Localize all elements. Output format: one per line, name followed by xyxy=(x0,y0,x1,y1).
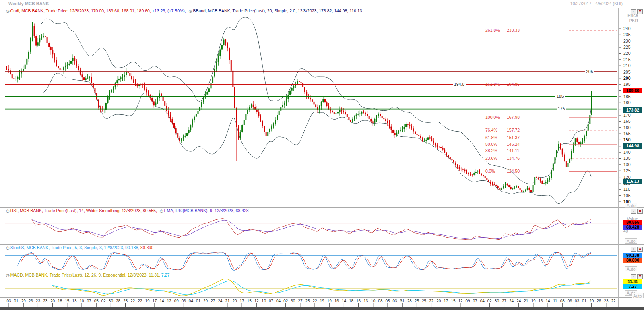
y-axis-tick: 125 xyxy=(623,168,640,173)
x-axis-label: 29 xyxy=(202,299,210,303)
y-axis-tick: 165 xyxy=(623,119,640,124)
x-axis-label: 22 xyxy=(311,299,319,303)
x-axis-label: 18 xyxy=(56,299,64,303)
x-axis-label: 16 xyxy=(355,299,363,303)
x-axis-label: 22 xyxy=(129,299,137,303)
auto-scale-button[interactable]: Auto xyxy=(625,266,637,271)
x-axis-label: 19 xyxy=(318,299,326,303)
y-axis-tick: 135 xyxy=(623,156,640,161)
x-axis-label: 20 xyxy=(49,299,57,303)
chart-window: Weekly MCB BANK 10/27/2017 - 4/5/2024 (K… xyxy=(0,0,644,310)
x-axis-label: 25 xyxy=(420,299,428,303)
legend-stoch[interactable]: ◷StochS, MCB BANK, Trade Price, 5, 3, Si… xyxy=(4,245,153,250)
fib-level-value: 124.50 xyxy=(507,169,520,174)
y-axis-tick: 235 xyxy=(623,32,640,37)
restore-window-icon[interactable]: ▫ xyxy=(631,209,636,214)
x-axis-label: 08 xyxy=(376,299,384,303)
price-badge: 116.13 xyxy=(623,179,642,184)
x-axis-label: 03 xyxy=(391,299,399,303)
y-axis-tick: 105 xyxy=(623,193,640,198)
level-line-label: 205 xyxy=(585,69,594,74)
x-axis-label: 01 xyxy=(194,299,202,303)
x-axis-label: 27 xyxy=(296,299,304,303)
y-axis-tick: 240 xyxy=(623,26,640,31)
x-axis-label: 14 xyxy=(158,299,166,303)
y-axis-tick: 215 xyxy=(623,57,640,62)
fib-level-label: 50.0% xyxy=(485,142,504,147)
price-axis-currency: PKR xyxy=(629,18,638,23)
legend-rsi[interactable]: ◷RSI, MCB BANK, Trade Price(Last), 14, W… xyxy=(4,208,249,213)
timestamp-icon: ◷ xyxy=(6,209,10,213)
x-axis-label: 17 xyxy=(238,299,246,303)
x-axis-label: 15 xyxy=(449,299,457,303)
y-axis-tick: 130 xyxy=(623,162,640,167)
timestamp-icon: ◷ xyxy=(189,9,192,13)
x-axis-label: 26 xyxy=(27,299,35,303)
x-axis-label: 01 xyxy=(12,299,20,303)
fib-level-label: 100.0% xyxy=(485,115,504,120)
price-badge: 173.82 xyxy=(623,107,642,113)
x-axis-label: 28 xyxy=(114,299,122,303)
y-axis-tick: 220 xyxy=(623,51,640,56)
x-axis-label: 21 xyxy=(223,299,231,303)
x-axis-label: 19 xyxy=(143,299,151,303)
auto-scale-button[interactable]: Auto xyxy=(625,203,637,208)
x-axis-label: 10 xyxy=(369,299,377,303)
close-icon[interactable]: ✕ xyxy=(637,247,643,252)
restore-window-icon[interactable]: ▫ xyxy=(631,247,636,252)
x-axis-label: 27 xyxy=(500,299,508,303)
x-axis-label: 03 xyxy=(573,299,581,303)
x-axis-label: 07 xyxy=(471,299,479,303)
x-axis-label: 23 xyxy=(41,299,50,303)
fib-level-label: 61.8% xyxy=(485,135,504,140)
legend-macd[interactable]: ◷MACD, MCB BANK, Trade Price(Last), 12, … xyxy=(4,273,169,277)
close-icon[interactable]: ✕ xyxy=(637,274,643,279)
x-axis-label: 04 xyxy=(187,299,195,303)
x-axis-label: 15 xyxy=(245,299,253,303)
price-badge: 189.60 xyxy=(623,88,642,93)
x-axis-label: 20 xyxy=(435,299,443,303)
x-axis-label: 15 xyxy=(63,299,71,303)
axis-gutter-separator xyxy=(618,8,619,307)
x-axis-label: 11 xyxy=(551,299,559,303)
x-axis-label: 10 xyxy=(260,299,268,303)
y-axis-tick: 110 xyxy=(623,187,640,192)
x-axis-label: 20 xyxy=(231,299,239,303)
timestamp-icon: ◷ xyxy=(6,9,10,13)
fib-level-label: 0.0% xyxy=(485,169,504,174)
y-axis-tick: 195 xyxy=(623,82,640,87)
x-axis-label: 29 xyxy=(19,299,27,303)
auto-scale-button[interactable]: Auto xyxy=(625,238,637,244)
timestamp-icon: ◷ xyxy=(6,273,10,277)
auto-scale-button[interactable]: Auto xyxy=(632,293,644,298)
x-axis-label: 09 xyxy=(464,299,472,303)
legend-main[interactable]: ◷Cndl, MCB BANK, Trade Price, 12/8/2023,… xyxy=(4,8,362,13)
x-axis-label: 02 xyxy=(282,299,290,303)
y-axis-tick: 230 xyxy=(623,39,640,43)
legend-text: EMA, RSI(MCB BANK), 9, 12/8/2023, 68.428 xyxy=(164,208,249,213)
level-line-label: 175 xyxy=(557,106,566,111)
fib-level-label: 23.6% xyxy=(485,156,504,161)
x-axis-label: 23 xyxy=(602,299,610,303)
chart-canvas[interactable] xyxy=(0,0,644,310)
fib-level-value: 157.72 xyxy=(507,128,520,132)
fib-level-value: 151.37 xyxy=(507,135,520,140)
x-axis-label: 28 xyxy=(405,299,413,303)
restore-window-icon[interactable]: ▫ xyxy=(631,9,636,14)
x-axis-label: 22 xyxy=(609,299,617,303)
value-badge: 80.890 xyxy=(623,258,642,263)
x-axis-label: 27 xyxy=(209,299,217,303)
close-icon[interactable]: ✕ xyxy=(637,209,643,214)
x-axis-label: 25 xyxy=(303,299,312,303)
horizontal-scrollbar[interactable] xyxy=(0,307,644,310)
x-axis-label: 01 xyxy=(580,299,588,303)
fib-level-value: 238.33 xyxy=(507,28,520,33)
x-axis-label: 29 xyxy=(588,299,596,303)
x-axis-label: 23 xyxy=(34,299,42,303)
y-axis-tick: 185 xyxy=(623,94,640,99)
x-axis-label: 05 xyxy=(384,299,392,303)
x-axis-label: 14 xyxy=(544,299,552,303)
restore-window-icon[interactable]: ▫ xyxy=(631,274,636,279)
close-icon[interactable]: ✕ xyxy=(637,9,643,14)
fib-level-label: 38.2% xyxy=(485,148,504,153)
